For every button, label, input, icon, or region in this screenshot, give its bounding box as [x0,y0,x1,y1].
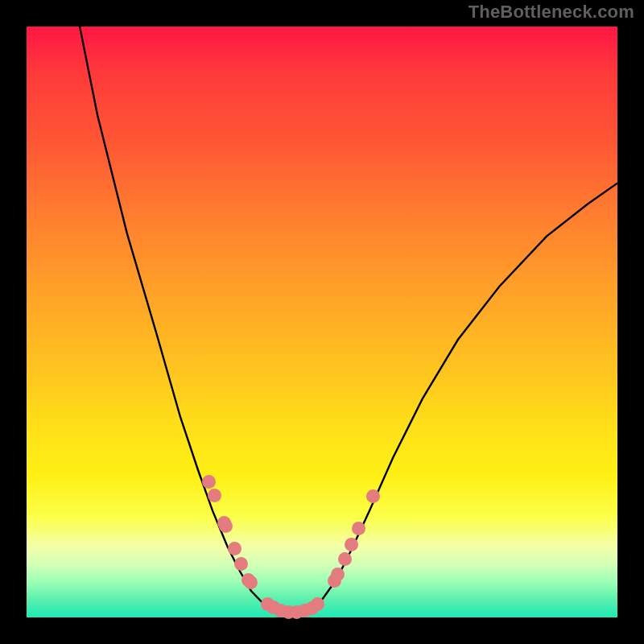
data-marker [366,489,380,503]
curve-path [80,27,617,612]
data-marker [202,475,216,489]
data-marker [244,576,258,589]
chart-container: TheBottleneck.com [0,0,644,644]
data-marker [338,552,352,566]
watermark-text: TheBottleneck.com [469,2,634,23]
bottleneck-curve [0,0,644,644]
data-marker [311,597,324,611]
